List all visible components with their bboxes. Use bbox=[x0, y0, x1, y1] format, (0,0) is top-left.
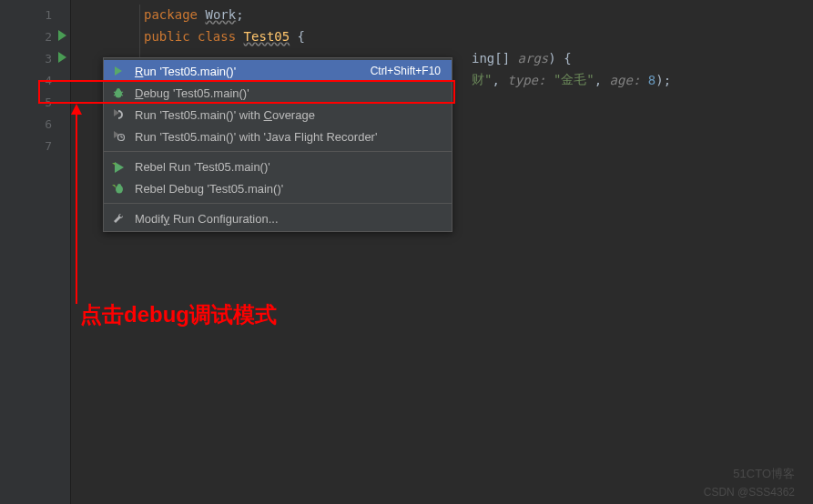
menu-separator bbox=[104, 203, 452, 204]
gutter-line-5[interactable]: 5 bbox=[0, 91, 70, 113]
gutter-line-3[interactable]: 3 bbox=[0, 47, 70, 69]
code-line-2: public class Test05 { bbox=[144, 25, 813, 47]
menu-item-rebel-run[interactable]: Rebel Run 'Test05.main()' bbox=[104, 156, 452, 177]
jrebel-debug-icon bbox=[111, 181, 126, 196]
wrench-icon bbox=[111, 211, 126, 226]
run-icon bbox=[111, 64, 126, 78]
menu-separator bbox=[104, 151, 452, 152]
context-menu: Run 'Test05.main()' Ctrl+Shift+F10 Debug… bbox=[103, 57, 452, 232]
jrebel-run-icon bbox=[111, 159, 126, 174]
gutter-line-4[interactable]: 4 bbox=[0, 69, 70, 91]
menu-item-run[interactable]: Run 'Test05.main()' Ctrl+Shift+F10 bbox=[104, 60, 452, 82]
gutter-line-7[interactable]: 7 bbox=[0, 135, 70, 156]
run-gutter-icon[interactable] bbox=[58, 30, 66, 41]
menu-item-modify-config[interactable]: Modify Run Configuration... bbox=[104, 207, 452, 229]
svg-point-1 bbox=[117, 88, 120, 92]
bug-icon bbox=[111, 86, 126, 100]
gutter-line-2[interactable]: 2 bbox=[0, 25, 70, 47]
coverage-icon bbox=[111, 107, 126, 122]
menu-item-coverage[interactable]: Run 'Test05.main()' with Coverage bbox=[104, 104, 452, 126]
svg-point-10 bbox=[117, 184, 121, 187]
code-line-1: package Work; bbox=[144, 4, 813, 25]
watermark: 51CTO博客 bbox=[733, 466, 795, 482]
annotation-text: 点击debug调试模式 bbox=[80, 300, 277, 329]
gutter: 1 2 3 4 5 6 7 bbox=[0, 0, 71, 504]
flight-recorder-icon bbox=[111, 129, 126, 144]
gutter-line-1[interactable]: 1 bbox=[0, 4, 70, 25]
menu-item-rebel-debug[interactable]: Rebel Debug 'Test05.main()' bbox=[104, 177, 452, 199]
run-gutter-icon[interactable] bbox=[58, 52, 66, 63]
menu-item-debug[interactable]: Debug 'Test05.main()' bbox=[104, 82, 452, 104]
watermark-csdn: CSDN @SSS4362 bbox=[704, 486, 795, 499]
gutter-line-6[interactable]: 6 bbox=[0, 113, 70, 135]
menu-item-flight-recorder[interactable]: Run 'Test05.main()' with 'Java Flight Re… bbox=[104, 126, 452, 147]
